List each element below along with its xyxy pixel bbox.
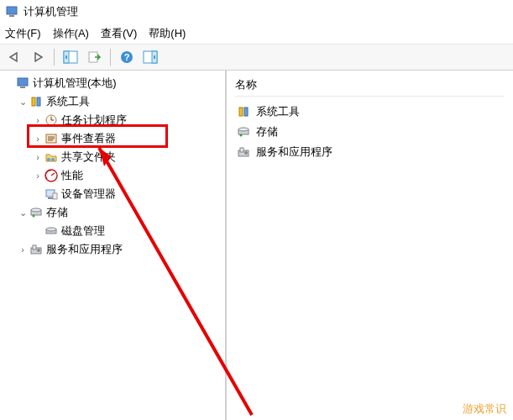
export-list-button[interactable] — [83, 46, 105, 68]
watermark: 游戏常识 — [463, 402, 506, 417]
menu-help[interactable]: 帮助(H) — [149, 26, 186, 41]
svg-rect-43 — [240, 148, 243, 152]
svg-point-36 — [37, 249, 40, 252]
help-button[interactable]: ? — [116, 46, 138, 68]
tree-disk-management[interactable]: 磁盘管理 — [0, 222, 225, 240]
system-tools-icon — [29, 95, 44, 108]
content-area: 计算机管理(本地) ⌄ 系统工具 — [0, 71, 513, 420]
svg-rect-28 — [53, 193, 57, 199]
svg-point-23 — [51, 158, 55, 161]
toolbar-separator — [54, 49, 55, 66]
tree-performance[interactable]: › 性能 — [0, 166, 225, 185]
task-scheduler-icon — [44, 113, 59, 127]
expand-icon[interactable]: › — [32, 152, 44, 162]
performance-icon — [44, 169, 59, 182]
svg-rect-35 — [33, 245, 36, 249]
show-hide-console-tree-button[interactable] — [60, 46, 81, 68]
tree-disk-management-label: 磁盘管理 — [61, 223, 110, 239]
tree-shared-folders-label: 共享文件夹 — [61, 150, 121, 165]
tree-storage-label: 存储 — [46, 205, 73, 220]
tree-system-tools-label: 系统工具 — [46, 94, 95, 109]
collapse-icon[interactable]: ⌄ — [17, 97, 29, 108]
tree-system-tools[interactable]: ⌄ 系统工具 — [0, 92, 225, 111]
tree-event-viewer-label: 事件查看器 — [61, 131, 121, 146]
list-item-label: 存储 — [256, 124, 278, 139]
svg-text:?: ? — [124, 52, 130, 62]
disk-management-icon — [44, 224, 59, 238]
expand-icon[interactable]: › — [32, 171, 44, 181]
menu-file[interactable]: 文件(F) — [5, 26, 41, 41]
tree-services-apps-label: 服务和应用程序 — [46, 242, 128, 257]
list-item-label: 服务和应用程序 — [256, 144, 332, 160]
tree-task-scheduler[interactable]: › 任务计划程序 — [0, 111, 225, 129]
svg-point-30 — [31, 208, 41, 212]
svg-rect-11 — [18, 78, 28, 86]
shared-folders-icon — [44, 150, 59, 164]
menu-action[interactable]: 操作(A) — [53, 26, 89, 41]
list-item-label: 系统工具 — [256, 104, 300, 119]
svg-rect-10 — [154, 55, 155, 59]
svg-point-22 — [47, 158, 50, 161]
svg-point-41 — [240, 134, 243, 137]
expand-icon[interactable]: › — [17, 244, 29, 255]
system-tools-icon — [235, 105, 252, 118]
details-pane: 名称 系统工具 存储 服务和应用程序 — [227, 71, 513, 420]
toolbar: ? — [0, 44, 513, 71]
forward-button[interactable] — [27, 46, 49, 68]
svg-rect-1 — [9, 15, 14, 17]
titlebar: 计算机管理 — [0, 0, 513, 24]
tree-services-apps[interactable]: › 服务和应用程序 — [0, 240, 225, 259]
column-header-name[interactable]: 名称 — [235, 77, 505, 97]
expand-icon[interactable]: › — [32, 115, 44, 125]
menubar: 文件(F) 操作(A) 查看(V) 帮助(H) — [0, 24, 513, 44]
svg-rect-0 — [7, 7, 17, 14]
services-apps-icon — [235, 145, 252, 159]
show-hide-action-pane-button[interactable] — [139, 46, 161, 68]
svg-rect-27 — [48, 197, 53, 199]
tree-shared-folders[interactable]: › 共享文件夹 — [0, 148, 225, 166]
svg-point-40 — [238, 128, 249, 131]
storage-icon — [29, 206, 44, 219]
svg-rect-12 — [20, 87, 25, 88]
back-button[interactable] — [3, 46, 25, 68]
tree-root[interactable]: 计算机管理(本地) — [0, 74, 225, 92]
list-item-storage[interactable]: 存储 — [235, 122, 505, 142]
svg-point-31 — [33, 215, 35, 218]
svg-point-44 — [244, 151, 248, 155]
svg-rect-13 — [32, 97, 35, 106]
console-tree: 计算机管理(本地) ⌄ 系统工具 — [0, 71, 227, 420]
svg-point-33 — [46, 228, 56, 231]
tree-performance-label: 性能 — [61, 168, 88, 183]
toolbar-separator — [110, 49, 111, 66]
menu-view[interactable]: 查看(V) — [101, 26, 137, 41]
app-icon — [5, 5, 18, 18]
list-item-services-apps[interactable]: 服务和应用程序 — [235, 142, 505, 162]
services-apps-icon — [29, 243, 44, 256]
tree-device-manager-label: 设备管理器 — [61, 186, 121, 202]
computer-management-icon — [15, 76, 30, 90]
window-title: 计算机管理 — [24, 4, 78, 19]
svg-rect-4 — [65, 55, 67, 59]
expand-icon[interactable]: › — [32, 134, 44, 144]
event-viewer-icon — [44, 132, 59, 145]
collapse-icon[interactable]: ⌄ — [17, 207, 29, 218]
list-item-system-tools[interactable]: 系统工具 — [235, 102, 505, 122]
tree-storage[interactable]: ⌄ 存储 — [0, 203, 225, 222]
svg-rect-14 — [37, 97, 40, 106]
svg-rect-37 — [239, 108, 243, 116]
tree-event-viewer[interactable]: › 事件查看器 — [0, 129, 225, 148]
tree-root-label: 计算机管理(本地) — [33, 76, 122, 91]
svg-rect-38 — [244, 108, 248, 116]
device-manager-icon — [44, 187, 59, 201]
storage-icon — [235, 125, 252, 139]
tree-device-manager[interactable]: 设备管理器 — [0, 185, 225, 203]
tree-task-scheduler-label: 任务计划程序 — [61, 113, 132, 128]
